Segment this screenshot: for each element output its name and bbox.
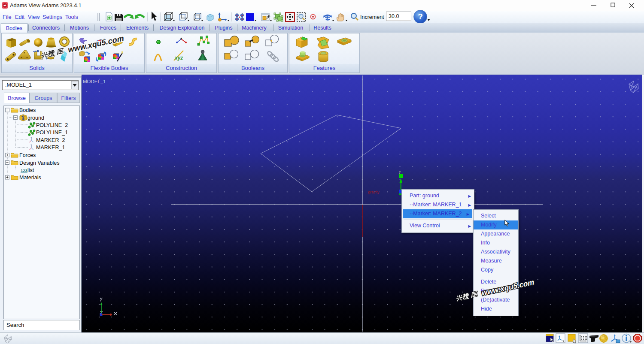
svg-text:MARKER_1: MARKER_1 [36, 145, 65, 151]
svg-text:123: 123 [21, 168, 27, 173]
svg-text:Design Variables: Design Variables [19, 160, 60, 166]
svg-text:y: y [399, 169, 401, 174]
svg-text:list: list [27, 167, 34, 173]
svg-text:POLYLINE_2: POLYLINE_2 [36, 122, 68, 128]
svg-text:MARKER_2: MARKER_2 [36, 137, 65, 143]
svg-text:Materials: Materials [19, 175, 41, 181]
svg-text:Bodies: Bodies [19, 107, 36, 113]
svg-text:Forces: Forces [19, 152, 36, 158]
svg-text:xyz: xyz [174, 55, 183, 61]
svg-text:MODEL_1: MODEL_1 [83, 79, 106, 84]
svg-text:gravity: gravity [368, 190, 380, 194]
svg-text:POLYLINE_1: POLYLINE_1 [36, 130, 68, 136]
svg-text:ground: ground [27, 115, 44, 121]
